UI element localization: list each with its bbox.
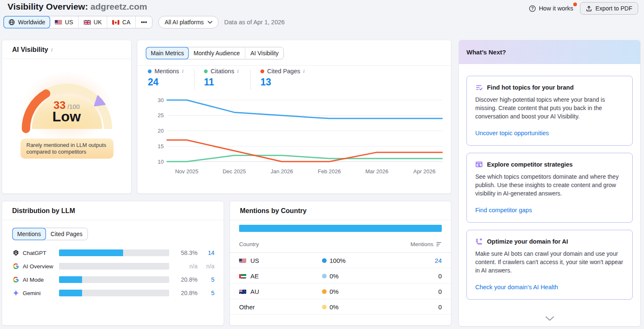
region-worldwide[interactable]: Worldwide bbox=[3, 16, 50, 28]
svg-text:?: ? bbox=[531, 6, 533, 11]
distribution-title: Distribution by LLM bbox=[12, 207, 75, 215]
next-card-link[interactable]: Check your domain's AI Health bbox=[475, 284, 558, 290]
flag-ae-icon bbox=[239, 273, 246, 278]
flag-au-icon bbox=[239, 289, 246, 294]
export-pdf-button[interactable]: Export to PDF bbox=[580, 2, 638, 15]
next-card-title: Find hot topics for your brand bbox=[487, 84, 574, 91]
country-count: 0 bbox=[438, 288, 442, 295]
tab-cited-pages[interactable]: Cited Pages bbox=[46, 228, 88, 240]
svg-text:Jan 2026: Jan 2026 bbox=[270, 168, 293, 175]
globe-icon bbox=[8, 19, 15, 26]
svg-text:10: 10 bbox=[158, 159, 164, 165]
data-as-of-label: Data as of Apr 1, 2026 bbox=[224, 19, 285, 26]
llm-count[interactable]: 5 bbox=[198, 276, 214, 283]
ai-visibility-title: AI Visibility bbox=[12, 46, 48, 54]
svg-text:30: 30 bbox=[158, 97, 164, 103]
ai-platforms-dropdown[interactable]: All AI platforms bbox=[158, 16, 218, 28]
next-card-description: Make sure AI bots can crawl your domain … bbox=[475, 249, 624, 275]
region-us[interactable]: US bbox=[50, 16, 78, 28]
chevron-down-icon bbox=[208, 21, 212, 24]
region-uk[interactable]: UK bbox=[78, 16, 107, 28]
gemini-icon bbox=[12, 290, 19, 296]
llm-bar bbox=[59, 276, 169, 283]
country-name: US bbox=[250, 257, 259, 264]
country-table: US100%24AE0%0AU0%0Other0%0 bbox=[230, 252, 451, 315]
next-card-find-hot-topics-for-your-brand: Find hot topics for your brandDiscover h… bbox=[466, 76, 633, 146]
llm-percent: 20.8% bbox=[174, 290, 198, 296]
country-dot bbox=[322, 258, 327, 263]
next-card-link[interactable]: Uncover topic opportunities bbox=[475, 130, 549, 136]
divider bbox=[137, 65, 451, 66]
llm-row-ai-mode: AI Mode20.8%5 bbox=[2, 273, 224, 286]
tab-monthly-audience[interactable]: Monthly Audience bbox=[188, 47, 245, 59]
gauge-note: Rarely mentioned in LLM outputs compared… bbox=[21, 139, 113, 159]
google-icon bbox=[12, 276, 19, 283]
tab-mentions[interactable]: Mentions bbox=[12, 228, 46, 240]
export-pdf-label: Export to PDF bbox=[595, 5, 632, 12]
llm-bar bbox=[59, 263, 169, 270]
metric-label: Citations bbox=[211, 68, 234, 75]
next-card-link[interactable]: Find competitor gaps bbox=[475, 207, 532, 213]
info-icon[interactable]: i bbox=[182, 68, 183, 75]
region-segmented-control: WorldwideUSUKCA••• bbox=[3, 16, 152, 28]
google-icon bbox=[12, 263, 19, 270]
metric-cited-pages: Cited Pagesi13 bbox=[260, 68, 304, 88]
next-card-title: Optimize your domain for AI bbox=[487, 238, 568, 245]
llm-count[interactable]: 14 bbox=[198, 249, 214, 256]
country-name: AU bbox=[250, 288, 259, 295]
llm-row-chatgpt: ChatGPT58.3%14 bbox=[2, 246, 224, 260]
country-percent: 0% bbox=[330, 303, 339, 311]
country-count: 0 bbox=[438, 303, 442, 311]
distribution-by-llm-card: Distribution by LLM Mentions Cited Pages… bbox=[2, 201, 224, 326]
sort-descending-icon bbox=[436, 242, 442, 247]
info-icon[interactable]: i bbox=[51, 47, 52, 53]
gauge-note-line2: compared to competitors bbox=[26, 149, 108, 155]
whats-next-body: Find hot topics for your brandDiscover h… bbox=[459, 64, 640, 300]
divider bbox=[250, 69, 251, 90]
visibility-overview-page: Visibility Overview: adgreetz.com ? How … bbox=[0, 0, 644, 329]
llm-count[interactable]: 5 bbox=[198, 290, 214, 296]
scroll-down-chevron[interactable] bbox=[545, 315, 555, 323]
region-ca[interactable]: CA bbox=[107, 16, 135, 28]
svg-text:20: 20 bbox=[158, 128, 164, 134]
flag-us-icon bbox=[239, 258, 246, 263]
column-mentions-sort[interactable]: Mentions bbox=[410, 241, 442, 247]
region-label: Worldwide bbox=[18, 19, 45, 26]
country-percent: 0% bbox=[330, 288, 339, 295]
how-it-works-button[interactable]: ? How it works bbox=[529, 5, 573, 12]
country-bar-segment bbox=[239, 225, 442, 232]
gauge-level-label: Low bbox=[2, 108, 131, 125]
top-bar: Visibility Overview: adgreetz.com ? How … bbox=[0, 0, 644, 15]
llm-percent: 20.8% bbox=[174, 276, 198, 283]
notification-dot bbox=[573, 3, 577, 6]
llm-label: Gemini bbox=[23, 290, 53, 296]
llm-bar-fill bbox=[59, 249, 123, 256]
info-icon[interactable]: i bbox=[237, 68, 238, 75]
metric-dot bbox=[148, 69, 152, 73]
info-icon[interactable]: i bbox=[303, 68, 304, 75]
metrics-tabs: Main Metrics Monthly Audience AI Visibil… bbox=[146, 47, 284, 59]
country-percent: 0% bbox=[330, 272, 339, 280]
svg-text:Mar 2026: Mar 2026 bbox=[366, 168, 389, 175]
metric-value: 11 bbox=[204, 77, 239, 88]
region-more-button[interactable]: ••• bbox=[135, 16, 152, 28]
country-percent: 100% bbox=[330, 257, 345, 264]
country-distribution-bar bbox=[239, 225, 442, 232]
ai-visibility-card: AI Visibility i 33 /100 Low Rarely menti… bbox=[2, 40, 131, 194]
next-card-explore-competitor-strategies: Explore competitor strategiesSee which t… bbox=[466, 153, 633, 223]
svg-text:15: 15 bbox=[158, 143, 164, 149]
tab-ai-visibility[interactable]: AI Visibility bbox=[245, 47, 283, 59]
metric-dot bbox=[204, 69, 208, 73]
svg-text:Apr 2026: Apr 2026 bbox=[413, 168, 435, 175]
llm-percent: n/a bbox=[174, 263, 198, 270]
llm-bar-fill bbox=[59, 290, 82, 296]
next-card-description: See which topics competitors dominate an… bbox=[475, 172, 624, 198]
metrics-row: Mentionsi24Citationsi11Cited Pagesi13 bbox=[137, 68, 451, 93]
country-dot bbox=[322, 289, 327, 294]
country-count[interactable]: 24 bbox=[435, 257, 442, 264]
tab-main-metrics[interactable]: Main Metrics bbox=[146, 47, 189, 59]
country-dot bbox=[322, 274, 327, 278]
page-title: Visibility Overview: adgreetz.com bbox=[8, 2, 147, 12]
flag-uk-icon bbox=[84, 20, 91, 25]
country-table-header: Country Mentions bbox=[239, 241, 442, 247]
